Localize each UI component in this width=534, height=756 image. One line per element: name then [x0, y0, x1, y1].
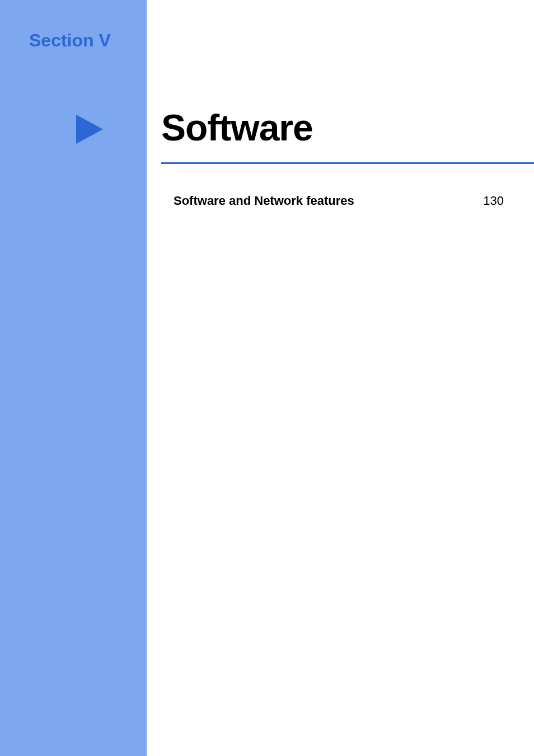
toc-entry: Software and Network features 130 [174, 194, 504, 208]
main-title: Software [161, 106, 313, 149]
title-underline [161, 162, 534, 164]
triangle-right-icon [76, 115, 103, 144]
toc-entry-title: Software and Network features [174, 194, 354, 208]
toc-entry-page: 130 [483, 194, 504, 208]
page: Section V Software Software and Network … [0, 0, 534, 756]
sidebar-band [0, 0, 147, 756]
section-label: Section V [29, 30, 111, 51]
